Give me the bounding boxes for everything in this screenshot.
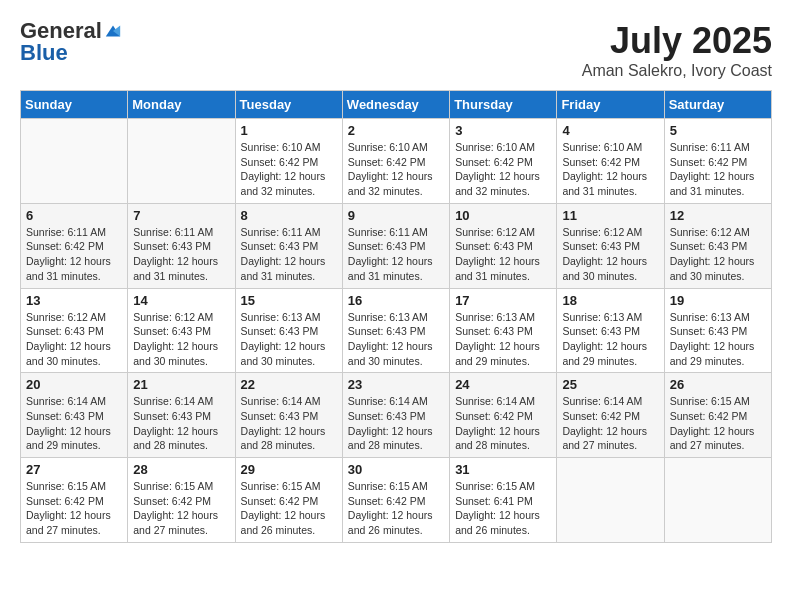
day-number: 7: [133, 208, 229, 223]
day-number: 12: [670, 208, 766, 223]
calendar-cell: 5 Sunrise: 6:11 AMSunset: 6:42 PMDayligh…: [664, 119, 771, 204]
day-number: 23: [348, 377, 444, 392]
day-number: 31: [455, 462, 551, 477]
calendar-cell: 4 Sunrise: 6:10 AMSunset: 6:42 PMDayligh…: [557, 119, 664, 204]
week-row-3: 13 Sunrise: 6:12 AMSunset: 6:43 PMDaylig…: [21, 288, 772, 373]
calendar-cell: 17 Sunrise: 6:13 AMSunset: 6:43 PMDaylig…: [450, 288, 557, 373]
day-number: 14: [133, 293, 229, 308]
cell-info: Sunrise: 6:11 AMSunset: 6:42 PMDaylight:…: [26, 226, 111, 282]
header-thursday: Thursday: [450, 91, 557, 119]
calendar-cell: [21, 119, 128, 204]
cell-info: Sunrise: 6:10 AMSunset: 6:42 PMDaylight:…: [455, 141, 540, 197]
day-number: 10: [455, 208, 551, 223]
cell-info: Sunrise: 6:15 AMSunset: 6:42 PMDaylight:…: [670, 395, 755, 451]
calendar-cell: 1 Sunrise: 6:10 AMSunset: 6:42 PMDayligh…: [235, 119, 342, 204]
week-row-2: 6 Sunrise: 6:11 AMSunset: 6:42 PMDayligh…: [21, 203, 772, 288]
cell-info: Sunrise: 6:13 AMSunset: 6:43 PMDaylight:…: [348, 311, 433, 367]
header-saturday: Saturday: [664, 91, 771, 119]
calendar-cell: [664, 458, 771, 543]
cell-info: Sunrise: 6:14 AMSunset: 6:43 PMDaylight:…: [26, 395, 111, 451]
calendar-cell: 14 Sunrise: 6:12 AMSunset: 6:43 PMDaylig…: [128, 288, 235, 373]
cell-info: Sunrise: 6:15 AMSunset: 6:42 PMDaylight:…: [348, 480, 433, 536]
logo-general: General: [20, 20, 102, 42]
logo: General Blue: [20, 20, 122, 64]
day-number: 3: [455, 123, 551, 138]
day-number: 24: [455, 377, 551, 392]
day-number: 19: [670, 293, 766, 308]
week-row-1: 1 Sunrise: 6:10 AMSunset: 6:42 PMDayligh…: [21, 119, 772, 204]
day-number: 28: [133, 462, 229, 477]
day-number: 30: [348, 462, 444, 477]
cell-info: Sunrise: 6:12 AMSunset: 6:43 PMDaylight:…: [670, 226, 755, 282]
header-wednesday: Wednesday: [342, 91, 449, 119]
cell-info: Sunrise: 6:13 AMSunset: 6:43 PMDaylight:…: [562, 311, 647, 367]
cell-info: Sunrise: 6:14 AMSunset: 6:42 PMDaylight:…: [562, 395, 647, 451]
day-number: 29: [241, 462, 337, 477]
day-number: 26: [670, 377, 766, 392]
header-tuesday: Tuesday: [235, 91, 342, 119]
calendar-cell: 21 Sunrise: 6:14 AMSunset: 6:43 PMDaylig…: [128, 373, 235, 458]
calendar-cell: 13 Sunrise: 6:12 AMSunset: 6:43 PMDaylig…: [21, 288, 128, 373]
calendar-cell: 27 Sunrise: 6:15 AMSunset: 6:42 PMDaylig…: [21, 458, 128, 543]
cell-info: Sunrise: 6:15 AMSunset: 6:42 PMDaylight:…: [26, 480, 111, 536]
day-number: 11: [562, 208, 658, 223]
day-number: 1: [241, 123, 337, 138]
calendar-cell: 19 Sunrise: 6:13 AMSunset: 6:43 PMDaylig…: [664, 288, 771, 373]
calendar-cell: 24 Sunrise: 6:14 AMSunset: 6:42 PMDaylig…: [450, 373, 557, 458]
header-friday: Friday: [557, 91, 664, 119]
calendar-cell: 12 Sunrise: 6:12 AMSunset: 6:43 PMDaylig…: [664, 203, 771, 288]
cell-info: Sunrise: 6:10 AMSunset: 6:42 PMDaylight:…: [348, 141, 433, 197]
cell-info: Sunrise: 6:13 AMSunset: 6:43 PMDaylight:…: [455, 311, 540, 367]
day-number: 20: [26, 377, 122, 392]
page-subtitle: Aman Salekro, Ivory Coast: [582, 62, 772, 80]
calendar-cell: [557, 458, 664, 543]
week-row-5: 27 Sunrise: 6:15 AMSunset: 6:42 PMDaylig…: [21, 458, 772, 543]
header-sunday: Sunday: [21, 91, 128, 119]
day-number: 4: [562, 123, 658, 138]
cell-info: Sunrise: 6:11 AMSunset: 6:42 PMDaylight:…: [670, 141, 755, 197]
calendar-cell: 3 Sunrise: 6:10 AMSunset: 6:42 PMDayligh…: [450, 119, 557, 204]
day-number: 13: [26, 293, 122, 308]
day-number: 6: [26, 208, 122, 223]
day-number: 2: [348, 123, 444, 138]
cell-info: Sunrise: 6:11 AMSunset: 6:43 PMDaylight:…: [241, 226, 326, 282]
header-monday: Monday: [128, 91, 235, 119]
title-block: July 2025 Aman Salekro, Ivory Coast: [582, 20, 772, 80]
logo-blue: Blue: [20, 42, 68, 64]
calendar-cell: 30 Sunrise: 6:15 AMSunset: 6:42 PMDaylig…: [342, 458, 449, 543]
cell-info: Sunrise: 6:12 AMSunset: 6:43 PMDaylight:…: [26, 311, 111, 367]
calendar-cell: 7 Sunrise: 6:11 AMSunset: 6:43 PMDayligh…: [128, 203, 235, 288]
cell-info: Sunrise: 6:12 AMSunset: 6:43 PMDaylight:…: [562, 226, 647, 282]
calendar-cell: 22 Sunrise: 6:14 AMSunset: 6:43 PMDaylig…: [235, 373, 342, 458]
cell-info: Sunrise: 6:11 AMSunset: 6:43 PMDaylight:…: [348, 226, 433, 282]
page-header: General Blue July 2025 Aman Salekro, Ivo…: [20, 20, 772, 80]
cell-info: Sunrise: 6:15 AMSunset: 6:42 PMDaylight:…: [241, 480, 326, 536]
calendar-cell: 11 Sunrise: 6:12 AMSunset: 6:43 PMDaylig…: [557, 203, 664, 288]
calendar-cell: 31 Sunrise: 6:15 AMSunset: 6:41 PMDaylig…: [450, 458, 557, 543]
day-number: 25: [562, 377, 658, 392]
calendar-cell: 9 Sunrise: 6:11 AMSunset: 6:43 PMDayligh…: [342, 203, 449, 288]
day-number: 8: [241, 208, 337, 223]
cell-info: Sunrise: 6:14 AMSunset: 6:43 PMDaylight:…: [348, 395, 433, 451]
calendar-cell: 23 Sunrise: 6:14 AMSunset: 6:43 PMDaylig…: [342, 373, 449, 458]
day-number: 9: [348, 208, 444, 223]
calendar-header-row: SundayMondayTuesdayWednesdayThursdayFrid…: [21, 91, 772, 119]
cell-info: Sunrise: 6:15 AMSunset: 6:42 PMDaylight:…: [133, 480, 218, 536]
cell-info: Sunrise: 6:12 AMSunset: 6:43 PMDaylight:…: [133, 311, 218, 367]
cell-info: Sunrise: 6:14 AMSunset: 6:42 PMDaylight:…: [455, 395, 540, 451]
day-number: 22: [241, 377, 337, 392]
calendar-cell: 10 Sunrise: 6:12 AMSunset: 6:43 PMDaylig…: [450, 203, 557, 288]
calendar-cell: 18 Sunrise: 6:13 AMSunset: 6:43 PMDaylig…: [557, 288, 664, 373]
calendar-cell: 20 Sunrise: 6:14 AMSunset: 6:43 PMDaylig…: [21, 373, 128, 458]
calendar-cell: 16 Sunrise: 6:13 AMSunset: 6:43 PMDaylig…: [342, 288, 449, 373]
day-number: 21: [133, 377, 229, 392]
calendar-cell: 26 Sunrise: 6:15 AMSunset: 6:42 PMDaylig…: [664, 373, 771, 458]
calendar-cell: [128, 119, 235, 204]
calendar-cell: 6 Sunrise: 6:11 AMSunset: 6:42 PMDayligh…: [21, 203, 128, 288]
logo-icon: [104, 22, 122, 40]
cell-info: Sunrise: 6:10 AMSunset: 6:42 PMDaylight:…: [562, 141, 647, 197]
calendar-cell: 28 Sunrise: 6:15 AMSunset: 6:42 PMDaylig…: [128, 458, 235, 543]
calendar-cell: 2 Sunrise: 6:10 AMSunset: 6:42 PMDayligh…: [342, 119, 449, 204]
cell-info: Sunrise: 6:13 AMSunset: 6:43 PMDaylight:…: [670, 311, 755, 367]
page-title: July 2025: [582, 20, 772, 62]
